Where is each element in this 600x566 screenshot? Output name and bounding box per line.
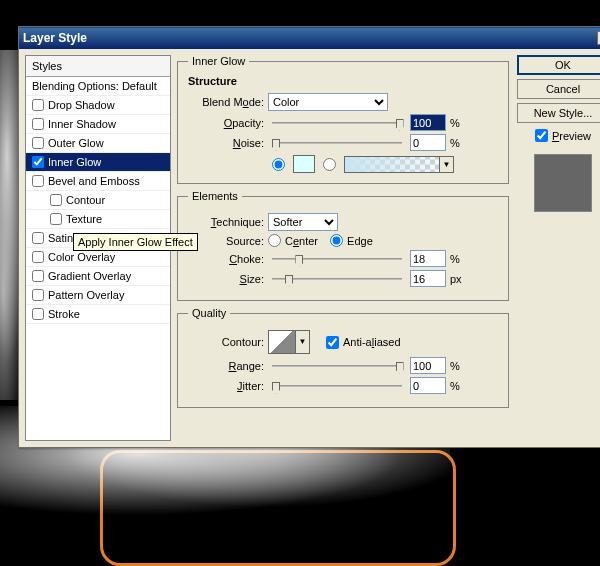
quality-title: Quality <box>188 307 230 319</box>
opacity-input[interactable] <box>410 114 446 131</box>
cancel-button[interactable]: Cancel <box>517 79 600 99</box>
settings-panel: Inner Glow Structure Blend Mode: Color O… <box>177 55 509 441</box>
blend-mode-select[interactable]: Color <box>268 93 388 111</box>
style-drop-shadow[interactable]: Drop Shadow <box>26 96 170 115</box>
noise-slider[interactable] <box>272 135 402 151</box>
style-gradient-overlay[interactable]: Gradient Overlay <box>26 267 170 286</box>
noise-input[interactable] <box>410 134 446 151</box>
source-center-radio[interactable] <box>268 234 281 247</box>
chevron-down-icon[interactable]: ▼ <box>440 156 454 173</box>
source-label: Source: <box>188 235 264 247</box>
jitter-slider[interactable] <box>272 378 402 394</box>
blending-options[interactable]: Blending Options: Default <box>26 77 170 96</box>
quality-group: Quality Contour: ▼ Anti-aliased Range: % <box>177 307 509 408</box>
antialiased-checkbox[interactable] <box>326 336 339 349</box>
style-bevel[interactable]: Bevel and Emboss <box>26 172 170 191</box>
elements-group: Elements Technique: Softer Source: Cente… <box>177 190 509 301</box>
source-edge-radio[interactable] <box>330 234 343 247</box>
gradient-swatch[interactable] <box>344 156 440 173</box>
blend-mode-label: Blend Mode: <box>188 96 264 108</box>
chevron-down-icon[interactable]: ▼ <box>296 330 310 354</box>
checkbox[interactable] <box>32 308 44 320</box>
range-label: Range: <box>188 360 264 372</box>
preview-label: Preview <box>552 130 591 142</box>
center-label: Center <box>285 235 318 247</box>
antialiased-label: Anti-aliased <box>343 336 401 348</box>
styles-header[interactable]: Styles <box>26 56 170 77</box>
style-pattern-overlay[interactable]: Pattern Overlay <box>26 286 170 305</box>
jitter-input[interactable] <box>410 377 446 394</box>
opacity-slider[interactable] <box>272 115 402 131</box>
elements-title: Elements <box>188 190 242 202</box>
checkbox[interactable] <box>50 194 62 206</box>
checkbox[interactable] <box>32 175 44 187</box>
style-inner-shadow[interactable]: Inner Shadow <box>26 115 170 134</box>
choke-input[interactable] <box>410 250 446 267</box>
checkbox[interactable] <box>32 289 44 301</box>
contour-picker[interactable] <box>268 330 296 354</box>
style-texture[interactable]: Texture <box>26 210 170 229</box>
technique-select[interactable]: Softer <box>268 213 338 231</box>
ok-button[interactable]: OK <box>517 55 600 75</box>
opacity-label: Opacity: <box>188 117 264 129</box>
size-label: Size: <box>188 273 264 285</box>
new-style-button[interactable]: New Style... <box>517 103 600 123</box>
edge-label: Edge <box>347 235 373 247</box>
choke-label: Choke: <box>188 253 264 265</box>
range-slider[interactable] <box>272 358 402 374</box>
checkbox[interactable] <box>32 270 44 282</box>
checkbox[interactable] <box>50 213 62 225</box>
preview-thumbnail <box>534 154 592 212</box>
layer-style-dialog: Layer Style ✕ Styles Blending Options: D… <box>18 26 600 448</box>
size-slider[interactable] <box>272 271 402 287</box>
checkbox[interactable] <box>32 251 44 263</box>
contour-label: Contour: <box>188 336 264 348</box>
style-stroke[interactable]: Stroke <box>26 305 170 324</box>
style-inner-glow[interactable]: Inner Glow <box>26 153 170 172</box>
style-contour[interactable]: Contour <box>26 191 170 210</box>
jitter-label: Jitter: <box>188 380 264 392</box>
size-input[interactable] <box>410 270 446 287</box>
dialog-title: Layer Style <box>23 31 597 45</box>
color-radio[interactable] <box>272 158 285 171</box>
preview-checkbox[interactable] <box>535 129 548 142</box>
noise-label: Noise: <box>188 137 264 149</box>
group-title: Inner Glow <box>188 55 249 67</box>
range-input[interactable] <box>410 357 446 374</box>
color-swatch[interactable] <box>293 155 315 173</box>
choke-slider[interactable] <box>272 251 402 267</box>
gradient-radio[interactable] <box>323 158 336 171</box>
inner-glow-group: Inner Glow Structure Blend Mode: Color O… <box>177 55 509 184</box>
titlebar: Layer Style ✕ <box>19 27 600 49</box>
tooltip: Apply Inner Glow Effect <box>73 233 198 251</box>
structure-title: Structure <box>188 75 498 87</box>
style-outer-glow[interactable]: Outer Glow <box>26 134 170 153</box>
checkbox[interactable] <box>32 118 44 130</box>
technique-label: Technique: <box>188 216 264 228</box>
checkbox[interactable] <box>32 156 44 168</box>
checkbox[interactable] <box>32 99 44 111</box>
buttons-panel: OK Cancel New Style... Preview <box>515 55 600 441</box>
checkbox[interactable] <box>32 137 44 149</box>
checkbox[interactable] <box>32 232 44 244</box>
